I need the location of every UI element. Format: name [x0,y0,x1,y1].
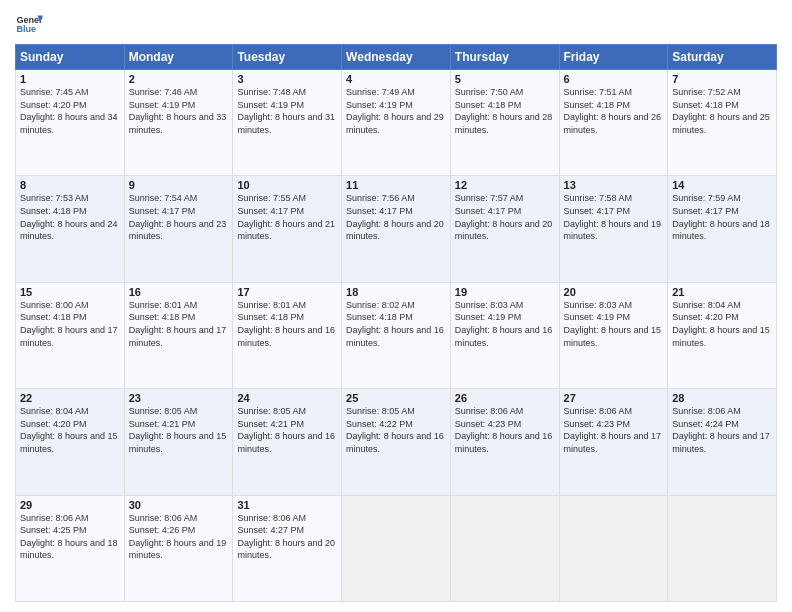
day-number: 26 [455,392,555,404]
day-number: 17 [237,286,337,298]
cell-info: Sunrise: 8:03 AMSunset: 4:19 PMDaylight:… [564,299,664,349]
calendar-cell: 10Sunrise: 7:55 AMSunset: 4:17 PMDayligh… [233,176,342,282]
cell-info: Sunrise: 8:02 AMSunset: 4:18 PMDaylight:… [346,299,446,349]
day-number: 1 [20,73,120,85]
calendar-cell [450,495,559,601]
calendar-cell: 23Sunrise: 8:05 AMSunset: 4:21 PMDayligh… [124,389,233,495]
cell-info: Sunrise: 7:48 AMSunset: 4:19 PMDaylight:… [237,86,337,136]
week-row-3: 15Sunrise: 8:00 AMSunset: 4:18 PMDayligh… [16,282,777,388]
day-number: 22 [20,392,120,404]
calendar-cell [342,495,451,601]
week-row-1: 1Sunrise: 7:45 AMSunset: 4:20 PMDaylight… [16,70,777,176]
cell-info: Sunrise: 8:00 AMSunset: 4:18 PMDaylight:… [20,299,120,349]
calendar-cell [668,495,777,601]
day-number: 8 [20,179,120,191]
cell-info: Sunrise: 8:05 AMSunset: 4:21 PMDaylight:… [129,405,229,455]
calendar-cell: 9Sunrise: 7:54 AMSunset: 4:17 PMDaylight… [124,176,233,282]
day-header-sunday: Sunday [16,45,125,70]
calendar-cell: 6Sunrise: 7:51 AMSunset: 4:18 PMDaylight… [559,70,668,176]
svg-text:Blue: Blue [16,24,36,34]
cell-info: Sunrise: 7:50 AMSunset: 4:18 PMDaylight:… [455,86,555,136]
calendar-cell: 28Sunrise: 8:06 AMSunset: 4:24 PMDayligh… [668,389,777,495]
cell-info: Sunrise: 7:51 AMSunset: 4:18 PMDaylight:… [564,86,664,136]
calendar-cell: 4Sunrise: 7:49 AMSunset: 4:19 PMDaylight… [342,70,451,176]
week-row-4: 22Sunrise: 8:04 AMSunset: 4:20 PMDayligh… [16,389,777,495]
cell-info: Sunrise: 7:56 AMSunset: 4:17 PMDaylight:… [346,192,446,242]
calendar-cell: 8Sunrise: 7:53 AMSunset: 4:18 PMDaylight… [16,176,125,282]
calendar-table: SundayMondayTuesdayWednesdayThursdayFrid… [15,44,777,602]
cell-info: Sunrise: 7:57 AMSunset: 4:17 PMDaylight:… [455,192,555,242]
cell-info: Sunrise: 7:59 AMSunset: 4:17 PMDaylight:… [672,192,772,242]
week-row-5: 29Sunrise: 8:06 AMSunset: 4:25 PMDayligh… [16,495,777,601]
day-number: 13 [564,179,664,191]
calendar-cell: 26Sunrise: 8:06 AMSunset: 4:23 PMDayligh… [450,389,559,495]
calendar-cell: 13Sunrise: 7:58 AMSunset: 4:17 PMDayligh… [559,176,668,282]
cell-info: Sunrise: 7:53 AMSunset: 4:18 PMDaylight:… [20,192,120,242]
cell-info: Sunrise: 8:04 AMSunset: 4:20 PMDaylight:… [672,299,772,349]
day-number: 14 [672,179,772,191]
cell-info: Sunrise: 7:45 AMSunset: 4:20 PMDaylight:… [20,86,120,136]
cell-info: Sunrise: 8:06 AMSunset: 4:27 PMDaylight:… [237,512,337,562]
calendar-page: General Blue SundayMondayTuesdayWednesda… [0,0,792,612]
header: General Blue [15,10,777,38]
calendar-cell: 22Sunrise: 8:04 AMSunset: 4:20 PMDayligh… [16,389,125,495]
day-number: 5 [455,73,555,85]
day-header-thursday: Thursday [450,45,559,70]
calendar-cell: 30Sunrise: 8:06 AMSunset: 4:26 PMDayligh… [124,495,233,601]
days-header-row: SundayMondayTuesdayWednesdayThursdayFrid… [16,45,777,70]
cell-info: Sunrise: 7:52 AMSunset: 4:18 PMDaylight:… [672,86,772,136]
calendar-cell: 11Sunrise: 7:56 AMSunset: 4:17 PMDayligh… [342,176,451,282]
calendar-cell: 25Sunrise: 8:05 AMSunset: 4:22 PMDayligh… [342,389,451,495]
day-number: 19 [455,286,555,298]
day-number: 23 [129,392,229,404]
calendar-cell: 31Sunrise: 8:06 AMSunset: 4:27 PMDayligh… [233,495,342,601]
cell-info: Sunrise: 8:01 AMSunset: 4:18 PMDaylight:… [129,299,229,349]
cell-info: Sunrise: 8:06 AMSunset: 4:26 PMDaylight:… [129,512,229,562]
cell-info: Sunrise: 8:04 AMSunset: 4:20 PMDaylight:… [20,405,120,455]
day-number: 6 [564,73,664,85]
day-number: 4 [346,73,446,85]
cell-info: Sunrise: 7:54 AMSunset: 4:17 PMDaylight:… [129,192,229,242]
day-number: 11 [346,179,446,191]
cell-info: Sunrise: 8:05 AMSunset: 4:21 PMDaylight:… [237,405,337,455]
calendar-cell: 15Sunrise: 8:00 AMSunset: 4:18 PMDayligh… [16,282,125,388]
cell-info: Sunrise: 8:05 AMSunset: 4:22 PMDaylight:… [346,405,446,455]
day-number: 7 [672,73,772,85]
calendar-cell [559,495,668,601]
calendar-cell: 1Sunrise: 7:45 AMSunset: 4:20 PMDaylight… [16,70,125,176]
day-number: 29 [20,499,120,511]
cell-info: Sunrise: 8:06 AMSunset: 4:23 PMDaylight:… [455,405,555,455]
day-number: 20 [564,286,664,298]
cell-info: Sunrise: 8:06 AMSunset: 4:25 PMDaylight:… [20,512,120,562]
calendar-cell: 29Sunrise: 8:06 AMSunset: 4:25 PMDayligh… [16,495,125,601]
cell-info: Sunrise: 8:06 AMSunset: 4:23 PMDaylight:… [564,405,664,455]
day-header-saturday: Saturday [668,45,777,70]
calendar-cell: 16Sunrise: 8:01 AMSunset: 4:18 PMDayligh… [124,282,233,388]
calendar-cell: 19Sunrise: 8:03 AMSunset: 4:19 PMDayligh… [450,282,559,388]
calendar-cell: 3Sunrise: 7:48 AMSunset: 4:19 PMDaylight… [233,70,342,176]
calendar-body: 1Sunrise: 7:45 AMSunset: 4:20 PMDaylight… [16,70,777,602]
cell-info: Sunrise: 8:06 AMSunset: 4:24 PMDaylight:… [672,405,772,455]
day-header-tuesday: Tuesday [233,45,342,70]
calendar-cell: 24Sunrise: 8:05 AMSunset: 4:21 PMDayligh… [233,389,342,495]
day-number: 16 [129,286,229,298]
cell-info: Sunrise: 8:03 AMSunset: 4:19 PMDaylight:… [455,299,555,349]
cell-info: Sunrise: 8:01 AMSunset: 4:18 PMDaylight:… [237,299,337,349]
day-number: 15 [20,286,120,298]
day-number: 3 [237,73,337,85]
cell-info: Sunrise: 7:55 AMSunset: 4:17 PMDaylight:… [237,192,337,242]
day-number: 10 [237,179,337,191]
cell-info: Sunrise: 7:46 AMSunset: 4:19 PMDaylight:… [129,86,229,136]
calendar-cell: 17Sunrise: 8:01 AMSunset: 4:18 PMDayligh… [233,282,342,388]
day-number: 12 [455,179,555,191]
calendar-cell: 2Sunrise: 7:46 AMSunset: 4:19 PMDaylight… [124,70,233,176]
day-number: 31 [237,499,337,511]
calendar-cell: 20Sunrise: 8:03 AMSunset: 4:19 PMDayligh… [559,282,668,388]
cell-info: Sunrise: 7:49 AMSunset: 4:19 PMDaylight:… [346,86,446,136]
day-number: 25 [346,392,446,404]
calendar-cell: 7Sunrise: 7:52 AMSunset: 4:18 PMDaylight… [668,70,777,176]
day-number: 21 [672,286,772,298]
day-number: 28 [672,392,772,404]
day-number: 2 [129,73,229,85]
calendar-cell: 14Sunrise: 7:59 AMSunset: 4:17 PMDayligh… [668,176,777,282]
